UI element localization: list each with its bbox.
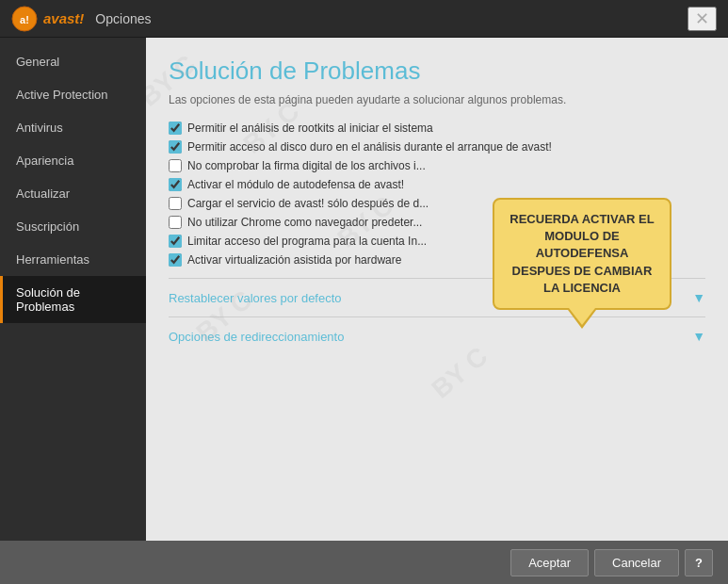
svg-text:a!: a! bbox=[20, 14, 29, 25]
checkbox-item-4: Activar el módulo de autodefensa de avas… bbox=[169, 178, 705, 191]
tooltip-text: RECUERDA ACTIVAR EL MODULO DE AUTODEFENS… bbox=[510, 212, 654, 295]
dialog-window: a! avast! Opciones ✕ General Active Prot… bbox=[0, 0, 728, 584]
expand-label-restablecer: Restablecer valores por defecto bbox=[169, 291, 342, 305]
app-name-label: avast! bbox=[43, 10, 84, 26]
checkbox-label-7: Limitar acceso del programa para la cuen… bbox=[187, 235, 427, 248]
tooltip-bubble: RECUERDA ACTIVAR EL MODULO DE AUTODEFENS… bbox=[493, 198, 671, 310]
checkbox-item-1: Permitir el análisis de rootkits al inic… bbox=[169, 122, 705, 135]
content-panel: BY C BY C BY C BY C BY C Solución de Pro… bbox=[146, 38, 728, 541]
expand-label-redireccionamiento: Opciones de redireccionamiento bbox=[169, 330, 344, 344]
sidebar-item-antivirus[interactable]: Antivirus bbox=[0, 111, 146, 144]
checkbox-label-2: Permitir acceso al disco duro en el anál… bbox=[187, 140, 552, 154]
sidebar-item-general[interactable]: General bbox=[0, 45, 146, 78]
sidebar-item-solucion[interactable]: Solución de Problemas bbox=[0, 276, 146, 323]
checkbox-label-1: Permitir el análisis de rootkits al inic… bbox=[187, 122, 433, 135]
checkbox-disco-duro[interactable] bbox=[169, 140, 182, 154]
app-logo: a! avast! Opciones bbox=[11, 6, 152, 32]
expand-header-redireccionamiento[interactable]: Opciones de redireccionamiento ▼ bbox=[169, 327, 705, 346]
checkbox-limitar-acceso[interactable] bbox=[169, 235, 182, 248]
checkbox-chrome[interactable] bbox=[169, 216, 182, 229]
checkbox-label-6: No utilizar Chrome como navegador predet… bbox=[187, 216, 422, 229]
expand-arrow-restablecer: ▼ bbox=[692, 290, 705, 305]
bottom-bar: Aceptar Cancelar ? bbox=[0, 541, 728, 584]
checkbox-autodefensa[interactable] bbox=[169, 178, 182, 191]
sidebar-item-active-protection[interactable]: Active Protection bbox=[0, 78, 146, 111]
sidebar-item-suscripcion[interactable]: Suscripción bbox=[0, 210, 146, 243]
sidebar-item-herramientas[interactable]: Herramientas bbox=[0, 243, 146, 276]
expand-section-redireccionamiento: Opciones de redireccionamiento ▼ bbox=[169, 316, 705, 355]
title-bar: a! avast! Opciones ✕ bbox=[0, 0, 728, 38]
content-inner: BY C BY C BY C BY C BY C Solución de Pro… bbox=[146, 38, 728, 541]
expand-arrow-redireccionamiento: ▼ bbox=[692, 329, 705, 344]
page-subtitle: Las opciones de esta página pueden ayuda… bbox=[169, 93, 705, 106]
checkbox-cargar-servicio[interactable] bbox=[169, 197, 182, 210]
checkbox-virtualizacion[interactable] bbox=[169, 253, 182, 267]
title-bar-title: Opciones bbox=[95, 11, 151, 26]
sidebar: General Active Protection Antivirus Apar… bbox=[0, 38, 146, 541]
checkbox-label-8: Activar virtualización asistida por hard… bbox=[187, 253, 401, 267]
checkbox-label-4: Activar el módulo de autodefensa de avas… bbox=[187, 178, 404, 191]
checkbox-firma-digital[interactable] bbox=[169, 159, 182, 172]
page-title: Solución de Problemas bbox=[169, 57, 705, 86]
sidebar-item-actualizar[interactable]: Actualizar bbox=[0, 177, 146, 210]
checkbox-item-2: Permitir acceso al disco duro en el anál… bbox=[169, 140, 705, 154]
avast-logo-icon: a! bbox=[11, 6, 38, 32]
checkbox-label-3: No comprobar la firma digital de los arc… bbox=[187, 159, 426, 172]
accept-button[interactable]: Aceptar bbox=[510, 549, 589, 576]
close-button[interactable]: ✕ bbox=[688, 7, 717, 31]
checkbox-item-3: No comprobar la firma digital de los arc… bbox=[169, 159, 705, 172]
help-button[interactable]: ? bbox=[685, 549, 713, 576]
cancel-button[interactable]: Cancelar bbox=[594, 549, 679, 576]
checkbox-rootkits[interactable] bbox=[169, 122, 182, 135]
sidebar-item-apariencia[interactable]: Apariencia bbox=[0, 144, 146, 177]
checkbox-label-5: Cargar el servicio de avast! sólo despué… bbox=[187, 197, 429, 210]
main-area: General Active Protection Antivirus Apar… bbox=[0, 38, 728, 541]
